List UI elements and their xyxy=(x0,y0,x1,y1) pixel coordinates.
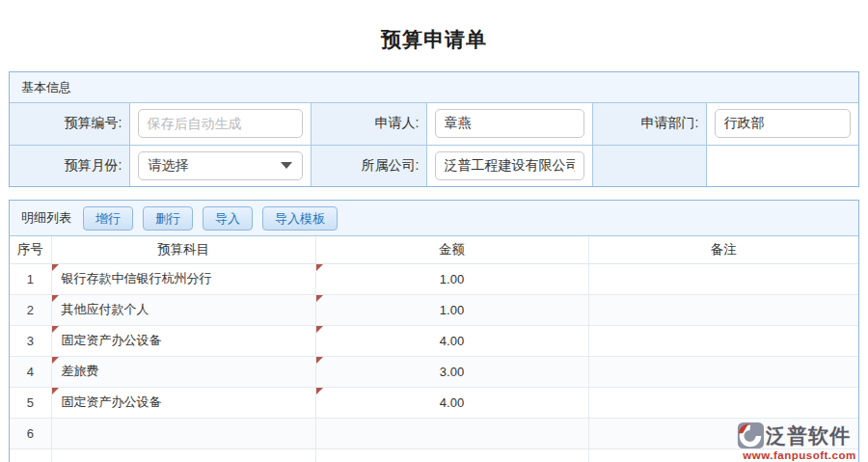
table-row: 4 差旅费 3.00 xyxy=(10,356,858,387)
import-button[interactable]: 导入 xyxy=(203,206,253,231)
import-template-button[interactable]: 导入模板 xyxy=(262,206,338,231)
row-seq: 3 xyxy=(10,325,51,356)
table-row: 5 固定资产办公设备 4.00 xyxy=(10,387,858,418)
empty-input-cell xyxy=(706,145,858,186)
basic-info-panel: 基本信息 预算编号: 申请人: 申请部门: 预算月份: 请选择 xyxy=(9,71,859,187)
add-row-button[interactable]: 增行 xyxy=(83,206,133,231)
row-subject-cell[interactable]: 银行存款中信银行杭州分行 xyxy=(51,263,315,294)
table-row: 6 xyxy=(10,418,858,448)
row-note-cell[interactable] xyxy=(588,263,858,294)
row-subject-cell[interactable] xyxy=(51,448,315,462)
row-seq: 5 xyxy=(10,387,51,418)
budget-month-select[interactable]: 请选择 xyxy=(138,151,303,180)
detail-list-panel: 明细列表 增行 删行 导入 导入模板 序号 预算科目 金额 备注 1 银行存款中… xyxy=(9,200,859,462)
row-note-cell[interactable] xyxy=(588,356,858,387)
fanpu-brand-text: 泛普软件 xyxy=(766,425,851,446)
row-seq xyxy=(10,448,51,462)
budget-number-input[interactable] xyxy=(138,109,303,138)
row-note-cell[interactable] xyxy=(588,325,858,356)
column-header-subject: 预算科目 xyxy=(51,236,315,263)
row-seq: 1 xyxy=(10,263,51,294)
basic-info-section-title: 基本信息 xyxy=(10,72,858,103)
row-amount-cell[interactable] xyxy=(315,418,588,448)
detail-list-section-title: 明细列表 xyxy=(21,209,71,227)
detail-table: 序号 预算科目 金额 备注 1 银行存款中信银行杭州分行 1.00 2 其他应付… xyxy=(10,236,858,462)
row-subject-cell[interactable]: 差旅费 xyxy=(51,356,315,387)
budget-month-label: 预算月份: xyxy=(10,145,129,186)
table-row: 2 其他应付款个人 1.00 xyxy=(10,294,858,325)
column-header-seq: 序号 xyxy=(10,236,51,263)
row-note-cell[interactable] xyxy=(588,387,858,418)
table-header-row: 序号 预算科目 金额 备注 xyxy=(10,236,858,263)
company-input[interactable] xyxy=(435,151,584,180)
row-amount-cell[interactable]: 3.00 xyxy=(315,356,588,387)
row-seq: 4 xyxy=(10,356,51,387)
row-subject-cell[interactable]: 固定资产办公设备 xyxy=(51,387,315,418)
applicant-input[interactable] xyxy=(435,109,584,138)
column-header-note: 备注 xyxy=(588,236,858,263)
chevron-down-icon xyxy=(281,162,292,169)
fanpu-logo-icon xyxy=(736,421,765,449)
table-row: 3 固定资产办公设备 4.00 xyxy=(10,325,858,356)
detail-list-toolbar: 明细列表 增行 删行 导入 导入模板 xyxy=(10,201,858,236)
row-amount-cell[interactable]: 4.00 xyxy=(315,387,588,418)
department-label: 申请部门: xyxy=(592,103,706,145)
fanpu-watermark: 泛普软件 www.fanpusoft.com xyxy=(736,421,863,462)
budget-application-page: { "page": { "title": "预算申请单" }, "basic_i… xyxy=(0,0,868,462)
department-input[interactable] xyxy=(715,109,852,138)
row-note-cell[interactable] xyxy=(588,294,858,325)
column-header-amount: 金额 xyxy=(315,236,588,263)
row-amount-cell[interactable] xyxy=(315,448,588,462)
fanpu-url-text: www.fanpusoft.com xyxy=(736,450,863,462)
delete-row-button[interactable]: 删行 xyxy=(143,206,193,231)
applicant-label: 申请人: xyxy=(311,103,426,145)
table-row-partial xyxy=(10,448,858,462)
row-seq: 6 xyxy=(10,418,51,448)
row-subject-cell[interactable] xyxy=(51,418,315,448)
company-label: 所属公司: xyxy=(311,145,426,186)
row-seq: 2 xyxy=(10,294,51,325)
page-title: 预算申请单 xyxy=(0,0,868,51)
table-row: 1 银行存款中信银行杭州分行 1.00 xyxy=(10,263,858,294)
row-amount-cell[interactable]: 4.00 xyxy=(315,325,588,356)
basic-info-form: 预算编号: 申请人: 申请部门: 预算月份: 请选择 所属公司: xyxy=(10,103,858,186)
row-subject-cell[interactable]: 其他应付款个人 xyxy=(51,294,315,325)
empty-label-cell xyxy=(592,145,706,186)
budget-number-label: 预算编号: xyxy=(10,103,129,145)
budget-month-selected-value: 请选择 xyxy=(149,157,189,175)
row-subject-cell[interactable]: 固定资产办公设备 xyxy=(51,325,315,356)
row-amount-cell[interactable]: 1.00 xyxy=(315,294,588,325)
row-amount-cell[interactable]: 1.00 xyxy=(315,263,588,294)
